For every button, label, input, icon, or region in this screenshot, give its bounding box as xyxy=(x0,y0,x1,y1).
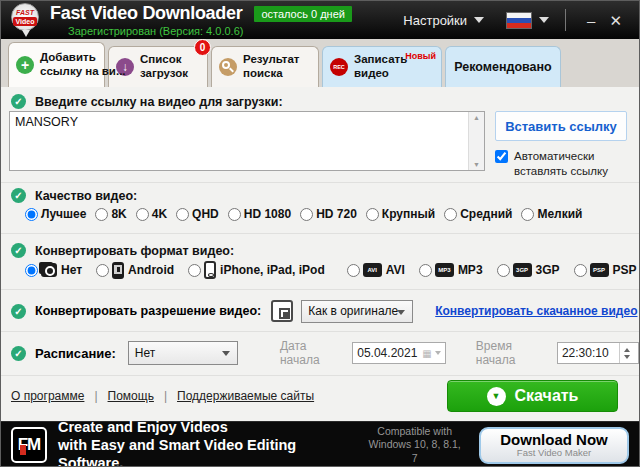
format-option-mp3[interactable]: MP3 MP3 xyxy=(419,263,483,277)
quality-radio[interactable] xyxy=(228,208,241,221)
url-section-label: Введите ссылку на видео для загрузки: xyxy=(35,95,283,109)
3gp-file-icon: 3GP xyxy=(513,263,532,277)
footer-links: О программе | Помощь | Поддерживаемые са… xyxy=(11,383,314,409)
download-button[interactable]: ▼ Скачать xyxy=(447,380,618,412)
schedule-label: Расписание: xyxy=(35,346,116,361)
time-spinner[interactable] xyxy=(619,343,634,363)
divider xyxy=(1,182,639,183)
quality-option-8k[interactable]: 8K xyxy=(95,207,126,221)
paste-link-button[interactable]: Вставить ссылку xyxy=(495,111,627,141)
start-date-field[interactable]: 05.04.2021 ▦ xyxy=(352,342,446,364)
autopaste-checkbox[interactable] xyxy=(495,150,508,163)
film-icon xyxy=(41,263,57,277)
tab-add-link[interactable]: + Добавитьссылку на ви... xyxy=(8,42,105,87)
format-radio[interactable] xyxy=(419,264,432,277)
quality-option-large[interactable]: Крупный xyxy=(366,207,435,221)
quality-radio[interactable] xyxy=(521,208,534,221)
format-option-psp[interactable]: PSP PSP xyxy=(574,263,637,277)
calendar-icon: ▦ xyxy=(422,348,431,359)
ad-headline: Create and Enjoy Videos with Easy and Sm… xyxy=(58,418,364,467)
quality-radio[interactable] xyxy=(136,208,149,221)
fast-video-maker-logo-icon: FM xyxy=(11,427,47,463)
ad-download-now-button[interactable]: Download Now Fast Video Maker xyxy=(479,427,629,464)
tab-record-video-label: Записатьвидео xyxy=(354,53,407,80)
plus-icon: + xyxy=(16,56,34,74)
language-chevron-down-icon[interactable] xyxy=(539,17,549,23)
chevron-down-icon xyxy=(222,351,230,356)
start-time-field[interactable]: 22:30:10 xyxy=(557,342,639,364)
help-link[interactable]: Помощь xyxy=(108,389,154,403)
mp3-file-icon: MP3 xyxy=(435,263,454,277)
quality-option-hd720[interactable]: HD 720 xyxy=(300,207,357,221)
format-radio[interactable] xyxy=(574,264,587,277)
tab-search-results[interactable]: Результатпоиска xyxy=(211,46,319,87)
format-radio[interactable] xyxy=(347,264,360,277)
url-input[interactable]: MANSORY xyxy=(10,112,468,170)
quality-option-hd1080[interactable]: HD 1080 xyxy=(228,207,291,221)
supported-sites-link[interactable]: Поддерживаемые сайты xyxy=(177,389,314,403)
ad-banner: FM Create and Enjoy Videos with Easy and… xyxy=(1,421,639,467)
resolution-dropdown[interactable]: Как в оригинале xyxy=(301,300,413,323)
quality-option-best[interactable]: Лучшее xyxy=(25,207,86,221)
app-window: FAST Video Fast Video Downloader осталос… xyxy=(0,0,640,467)
url-section-label-row: ✓ Введите ссылку на видео для загрузки: xyxy=(11,94,283,109)
quality-label-row: ✓ Качество видео: xyxy=(11,188,137,203)
schedule-row: ✓ Расписание: Нет Дата начала 05.04.2021… xyxy=(11,338,639,368)
resolution-label: Конвертировать разрешение видео: xyxy=(35,304,261,318)
format-option-android[interactable]: Android xyxy=(96,262,174,279)
quality-option-4k[interactable]: 4K xyxy=(136,207,167,221)
minimize-button[interactable]: – xyxy=(580,13,602,28)
schedule-dropdown[interactable]: Нет xyxy=(128,341,238,365)
quality-radio[interactable] xyxy=(366,208,379,221)
quality-radio[interactable] xyxy=(176,208,189,221)
chevron-down-icon xyxy=(397,310,405,315)
chevron-down-icon xyxy=(474,17,484,23)
quality-radio[interactable] xyxy=(300,208,313,221)
titlebar-separator xyxy=(565,9,566,31)
format-label: Конвертировать формат видео: xyxy=(35,244,234,258)
registered-version-text: Зарегистрирован (Версия: 4.0.0.6) xyxy=(50,25,352,37)
url-input-wrap: MANSORY ▲ ▼ xyxy=(9,111,485,171)
url-input-scrollbar[interactable]: ▲ ▼ xyxy=(468,112,484,170)
settings-menu-button[interactable]: Настройки xyxy=(403,13,484,28)
app-logo-icon: FAST Video xyxy=(11,3,41,37)
tab-record-video[interactable]: REC Записатьвидео Новый xyxy=(322,46,442,87)
trial-days-badge: осталось 0 дней xyxy=(254,6,352,22)
quality-option-small[interactable]: Мелкий xyxy=(521,207,582,221)
scroll-down-icon[interactable]: ▼ xyxy=(473,161,480,168)
iphone-icon xyxy=(204,261,216,279)
quality-option-qhd[interactable]: QHD xyxy=(176,207,219,221)
quality-radio[interactable] xyxy=(444,208,457,221)
format-radio[interactable] xyxy=(497,264,510,277)
app-title: Fast Video Downloader xyxy=(50,3,242,24)
android-icon xyxy=(112,262,124,279)
tabstrip: + Добавитьссылку на ви... ↓ Списокзагруз… xyxy=(1,39,639,87)
convert-downloaded-link[interactable]: Конвертировать скачанное видео xyxy=(435,304,637,318)
quality-radio[interactable] xyxy=(25,208,38,221)
format-option-none[interactable]: Нет xyxy=(25,263,82,277)
quality-radio[interactable] xyxy=(95,208,108,221)
downloads-count-badge: 0 xyxy=(194,39,211,56)
format-radio[interactable] xyxy=(25,264,38,277)
quality-option-medium[interactable]: Средний xyxy=(444,207,512,221)
format-radio[interactable] xyxy=(188,264,201,277)
format-option-3gp[interactable]: 3GP 3GP xyxy=(497,263,560,277)
format-option-iphone[interactable]: iPhone, iPad, iPod xyxy=(188,261,325,279)
about-link[interactable]: О программе xyxy=(11,389,84,403)
autopaste-row: Автоматическивставлять ссылку xyxy=(495,149,608,179)
start-date-label: Дата начала xyxy=(280,339,344,367)
psp-file-icon: PSP xyxy=(590,263,609,277)
quality-options: Лучшее 8K 4K QHD HD 1080 HD 720 Крупный xyxy=(25,207,592,221)
ad-compatibility-text: Compatible with Windows 10, 8, 8.1, 7 xyxy=(364,425,465,466)
format-option-avi[interactable]: AVI AVI xyxy=(347,263,405,277)
tab-recommended[interactable]: Рекомендовано xyxy=(445,46,561,87)
format-radio[interactable] xyxy=(96,264,109,277)
tab-download-list-label: Списокзагрузок xyxy=(140,53,188,80)
avi-file-icon: AVI xyxy=(363,263,382,277)
close-button[interactable]: ✕ xyxy=(602,13,629,28)
check-icon: ✓ xyxy=(11,94,26,109)
link-separator: | xyxy=(164,389,167,403)
new-tag: Новый xyxy=(405,51,436,61)
scroll-up-icon[interactable]: ▲ xyxy=(473,114,480,121)
language-flag-russia[interactable] xyxy=(506,12,532,29)
